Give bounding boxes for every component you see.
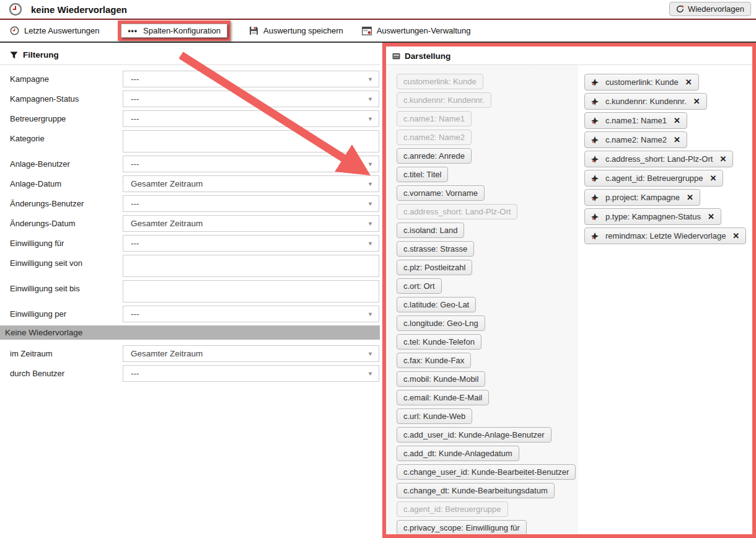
drag-handle-icon[interactable] bbox=[591, 156, 599, 163]
aenderungs-datum-select[interactable]: Gesamter Zeitraum ▼ bbox=[123, 215, 379, 232]
available-column-chip[interactable]: c.plz: Postleitzahl bbox=[397, 260, 472, 275]
select-value: --- bbox=[131, 239, 139, 248]
selected-column-chip[interactable]: c.name2: Name2 ✕ bbox=[584, 131, 687, 148]
drag-handle-icon[interactable] bbox=[591, 175, 599, 182]
toolbar-item-letzte-auswertungen[interactable]: Letzte Auswertungen bbox=[10, 26, 99, 35]
filter-row: im Zeitraum Gesamter Zeitraum ▼ bbox=[0, 345, 379, 362]
darstellung-panel: Darstellung customerlink: Kunde c.kunden… bbox=[382, 43, 756, 538]
anlage-datum-select[interactable]: Gesamter Zeitraum ▼ bbox=[123, 175, 379, 192]
filter-row: Änderungs-Benutzer --- ▼ bbox=[0, 195, 379, 212]
filter-label: Änderungs-Benutzer bbox=[10, 195, 123, 208]
available-column-chip[interactable]: c.titel: Titel bbox=[397, 167, 448, 182]
kategorie-input[interactable] bbox=[123, 130, 379, 152]
einwilligung-seit-bis-input[interactable] bbox=[123, 280, 379, 302]
drag-handle-icon[interactable] bbox=[591, 98, 599, 105]
select-value: --- bbox=[131, 309, 139, 319]
remove-column-icon[interactable]: ✕ bbox=[693, 97, 700, 106]
column-chip-label: customerlink: Kunde bbox=[403, 77, 477, 86]
select-value: --- bbox=[131, 114, 139, 123]
filter-label: Kampagne bbox=[10, 71, 123, 84]
available-column-chip[interactable]: c.vorname: Vorname bbox=[397, 185, 485, 201]
available-column-chip[interactable]: c.ort: Ort bbox=[397, 278, 442, 294]
chevron-down-icon: ▼ bbox=[367, 221, 373, 227]
drag-handle-icon[interactable] bbox=[591, 117, 599, 125]
remove-column-icon[interactable]: ✕ bbox=[732, 231, 739, 240]
column-chip-label: c.ort: Ort bbox=[403, 281, 435, 291]
available-column-chip[interactable]: c.email: Kunde-E-Mail bbox=[397, 390, 489, 405]
available-column-chip[interactable]: c.add_user_id: Kunde-Anlage-Benutzer bbox=[397, 427, 552, 443]
toolbar-item-label: Auswertung speichern bbox=[263, 26, 343, 35]
available-column-chip[interactable]: c.isoland: Land bbox=[397, 223, 464, 238]
available-column-chip[interactable]: c.latitude: Geo-Lat bbox=[397, 297, 476, 312]
available-column-chip[interactable]: c.privacy_scope: Einwilligung für bbox=[397, 520, 527, 534]
selected-column-chip[interactable]: remindmax: Letzte Wiedervorlage ✕ bbox=[584, 227, 746, 244]
selected-column-chip[interactable]: c.address_short: Land-Plz-Ort ✕ bbox=[584, 151, 733, 167]
column-chip-label: c.titel: Titel bbox=[403, 170, 441, 179]
filter-row: Einwilligung seit von bbox=[0, 255, 379, 277]
spalten-konfiguration-button[interactable]: ••• Spalten-Konfiguration bbox=[121, 24, 227, 38]
selected-column-chip[interactable]: customerlink: Kunde ✕ bbox=[584, 74, 699, 90]
filter-row: Einwilligung für --- ▼ bbox=[0, 235, 379, 252]
selected-column-chip[interactable]: p.project: Kampagne ✕ bbox=[584, 189, 700, 206]
selected-column-chip[interactable]: p.type: Kampagnen-Status ✕ bbox=[584, 208, 721, 225]
filter-label: Einwilligung seit bis bbox=[10, 280, 123, 293]
einwilligung-seit-von-input[interactable] bbox=[123, 255, 379, 277]
im-zeitraum-select[interactable]: Gesamter Zeitraum ▼ bbox=[123, 345, 379, 362]
available-column-chip[interactable]: c.longitude: Geo-Lng bbox=[397, 315, 485, 331]
filter-rows: Kampagne --- ▼ Kampagnen-Status --- ▼ Be… bbox=[0, 65, 382, 382]
einwilligung-per-select[interactable]: --- ▼ bbox=[123, 306, 379, 322]
drag-handle-icon[interactable] bbox=[591, 194, 599, 201]
drag-handle-icon[interactable] bbox=[591, 136, 599, 144]
available-column-chip[interactable]: c.url: Kunde-Web bbox=[397, 408, 472, 424]
refresh-icon bbox=[676, 5, 684, 13]
remove-column-icon[interactable]: ✕ bbox=[719, 154, 726, 164]
selected-column-chip[interactable]: c.kundennr: Kundennr. ✕ bbox=[584, 93, 707, 110]
column-chip-label: c.name2: Name2 bbox=[403, 133, 465, 142]
available-column-chip[interactable]: c.change_dt: Kunde-Bearbeitungsdatum bbox=[397, 483, 555, 498]
available-column-chip[interactable]: c.anrede: Anrede bbox=[397, 148, 472, 164]
einwilligung-fuer-select[interactable]: --- ▼ bbox=[123, 235, 379, 252]
darstellung-panel-title: Darstellung bbox=[405, 51, 451, 61]
chevron-down-icon: ▼ bbox=[367, 371, 373, 377]
remove-column-icon[interactable]: ✕ bbox=[687, 193, 693, 202]
available-column-chip[interactable]: c.add_dt: Kunde-Anlagedatum bbox=[397, 446, 519, 461]
select-value: Gesamter Zeitraum bbox=[131, 179, 203, 188]
drag-handle-icon[interactable] bbox=[591, 232, 599, 240]
clock-icon bbox=[9, 2, 22, 16]
selected-column-chip[interactable]: c.agent_id: Betreuergruppe ✕ bbox=[584, 170, 723, 187]
betreuergruppe-select[interactable]: --- ▼ bbox=[123, 110, 379, 127]
remove-column-icon[interactable]: ✕ bbox=[685, 77, 692, 87]
column-chip-label: c.latitude: Geo-Lat bbox=[403, 300, 469, 309]
column-chip-label: c.add_dt: Kunde-Anlagedatum bbox=[403, 449, 512, 458]
drag-handle-icon[interactable] bbox=[591, 79, 599, 86]
toolbar-item-auswertungen-verwaltung[interactable]: Auswertungen-Verwaltung bbox=[362, 26, 471, 35]
remove-column-icon[interactable]: ✕ bbox=[708, 212, 714, 221]
available-column-chip[interactable]: c.change_user_id: Kunde-Bearbeitet-Benut… bbox=[397, 464, 576, 480]
annotation-highlight-box: ••• Spalten-Konfiguration bbox=[118, 20, 231, 41]
available-column-chip[interactable]: c.fax: Kunde-Fax bbox=[397, 353, 471, 368]
toolbar-item-label: Letzte Auswertungen bbox=[24, 26, 99, 35]
available-column-chip[interactable]: c.strasse: Strasse bbox=[397, 241, 474, 257]
column-chip-label: c.address_short: Land-Plz-Ort bbox=[403, 207, 511, 216]
toolbar-item-auswertung-speichern[interactable]: Auswertung speichern bbox=[249, 26, 343, 35]
available-column-chip[interactable]: c.tel: Kunde-Telefon bbox=[397, 334, 481, 350]
remove-column-icon[interactable]: ✕ bbox=[710, 174, 717, 183]
selected-column-chip[interactable]: c.name1: Name1 ✕ bbox=[584, 112, 687, 129]
column-chip-label: c.fax: Kunde-Fax bbox=[403, 356, 464, 365]
remove-column-icon[interactable]: ✕ bbox=[674, 116, 680, 125]
column-chip-label: c.agent_id: Betreuergruppe bbox=[605, 174, 703, 183]
remove-column-icon[interactable]: ✕ bbox=[674, 135, 680, 144]
chevron-down-icon: ▼ bbox=[367, 116, 373, 122]
chevron-down-icon: ▼ bbox=[367, 311, 373, 317]
anlage-benutzer-select[interactable]: --- ▼ bbox=[123, 156, 379, 172]
available-column-chip: c.agent_id: Betreuergruppe bbox=[397, 501, 508, 517]
window-manage-icon bbox=[362, 27, 372, 35]
drag-handle-icon[interactable] bbox=[591, 213, 599, 221]
durch-benutzer-select[interactable]: --- ▼ bbox=[123, 365, 379, 382]
aenderungs-benutzer-select[interactable]: --- ▼ bbox=[123, 195, 379, 212]
wiedervorlagen-button[interactable]: Wiedervorlagen bbox=[669, 2, 751, 16]
section-header-keine-wiedervorlage: Keine Wiedervorlage bbox=[0, 325, 380, 340]
kampagnen-status-select[interactable]: --- ▼ bbox=[123, 90, 379, 107]
available-column-chip[interactable]: c.mobil: Kunde-Mobil bbox=[397, 371, 485, 387]
kampagne-select[interactable]: --- ▼ bbox=[123, 71, 379, 87]
